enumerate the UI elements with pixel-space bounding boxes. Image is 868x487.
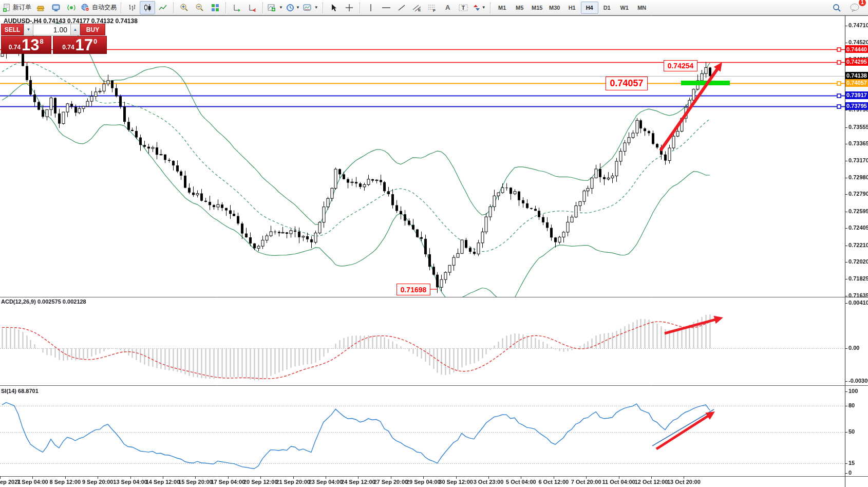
auto-scroll-button[interactable] (229, 1, 244, 14)
price-level-badge: 0.74295 (845, 58, 868, 66)
timeframe-h1[interactable]: H1 (563, 2, 581, 14)
text-button[interactable]: A (440, 1, 456, 14)
separator (173, 2, 174, 13)
mt4-window: { "toolbar": { "new_order_label": "新订单",… (0, 0, 868, 487)
rsi-label: SI(14) 68.8701 (1, 388, 39, 394)
price-tick-label: 0.72210 (848, 242, 868, 248)
date-tick-label: 11 Oct 04:00 (602, 479, 635, 485)
history-center-button[interactable] (33, 1, 48, 14)
equidistant-channel-button[interactable]: E (409, 1, 425, 14)
chat-badge: 1 (859, 0, 866, 6)
macd-axis-label: 0.004109 (848, 299, 868, 306)
timeframe-m5[interactable]: M5 (511, 2, 529, 14)
new-order-icon (3, 4, 11, 12)
price-tick-label: 0.73365 (848, 140, 868, 146)
arrows-tool-button[interactable]: ▼ (471, 1, 487, 14)
sell-button[interactable]: SELL (1, 24, 24, 35)
macd-label: ACD(12,26,9) 0.002575 0.002128 (1, 298, 86, 305)
price-level-badge: 0.74057 (845, 79, 868, 87)
dropdown-caret-icon: ▼ (314, 5, 318, 10)
rsi-axis-label: 80 (848, 402, 855, 408)
timeframe-w1[interactable]: W1 (616, 2, 633, 14)
rsi-axis-label: 100 (848, 388, 858, 394)
trendline-button[interactable] (394, 1, 409, 14)
lot-size-input[interactable]: 1.00 (33, 24, 70, 35)
bar-chart-button[interactable] (124, 1, 140, 14)
date-tick-label: 3 Oct 23:00 (474, 479, 504, 485)
buy-price-small: 0.74 (62, 44, 74, 51)
autotrade-button[interactable]: 自动交易 (79, 1, 118, 14)
signals-button[interactable] (64, 1, 79, 14)
date-tick-label: 7 Oct 20:00 (571, 479, 601, 485)
toolbar-group-trade: 新订单 自动交易 (1, 1, 118, 15)
tile-windows-button[interactable] (207, 1, 223, 14)
timeframe-m1[interactable]: M1 (494, 2, 511, 14)
date-tick-label: 17 Sep 04:00 (211, 479, 245, 485)
rsi-axis-label: 50 (848, 428, 855, 435)
date-tick-label: 9 Sep 20:00 (82, 479, 114, 485)
macd-axis-label: 0.00 (848, 345, 859, 351)
sell-price-sup: 8 (40, 38, 44, 45)
text-label-button[interactable]: T (456, 1, 471, 14)
date-tick-label: 30 Sep 12:00 (439, 479, 473, 485)
svg-text:E: E (418, 8, 421, 12)
autotrade-globe-icon (81, 4, 90, 12)
date-tick-label: 13 Sep 04:00 (113, 479, 147, 485)
toolbar: 新订单 自动交易 ▼ ▼ ▼ (0, 0, 868, 15)
search-button[interactable] (829, 1, 844, 14)
separator (360, 2, 361, 13)
date-tick-label: 24 Sep 12:00 (341, 479, 375, 485)
timeframe-mn[interactable]: MN (633, 2, 651, 14)
price-tick-label: 0.74710 (848, 22, 868, 28)
lot-decrease-button[interactable]: ▼ (24, 24, 33, 35)
separator (262, 2, 263, 13)
buy-button[interactable]: BUY (80, 24, 105, 35)
price-tick-label: 0.71825 (848, 275, 868, 282)
date-tick-label: 20 Sep 12:00 (243, 479, 278, 485)
templates-button[interactable]: ▼ (301, 1, 320, 14)
separator (225, 2, 227, 13)
price-tick-label: 0.73170 (848, 157, 868, 163)
timeframe-h4[interactable]: H4 (581, 2, 598, 14)
date-tick-label: 21 Sep 20:00 (276, 479, 310, 485)
price-annotation-label[interactable]: 0.74254 (664, 60, 697, 71)
price-annotation-label[interactable]: 0.71698 (397, 284, 430, 295)
gold-ingot-icon (36, 4, 45, 12)
chart-shift-button[interactable] (244, 1, 260, 14)
chat-button[interactable]: 1 (847, 1, 863, 14)
line-chart-button[interactable] (155, 1, 171, 14)
timeframe-m30[interactable]: M30 (546, 2, 563, 14)
new-order-label: 新订单 (13, 3, 31, 12)
zoom-out-button[interactable] (192, 1, 207, 14)
crosshair-button[interactable] (342, 1, 357, 14)
timeframe-d1[interactable]: D1 (598, 2, 616, 14)
one-click-trade-panel: SELL ▼ 1.00 ▲ BUY 0.74 13 8 0.74 17 0 (1, 24, 107, 54)
periods-button[interactable]: ▼ (285, 1, 301, 14)
timeframe-m15[interactable]: M15 (529, 2, 546, 14)
candlestick-chart-button[interactable] (140, 1, 155, 14)
sell-price-display[interactable]: 0.74 13 8 (1, 36, 51, 54)
vertical-line-button[interactable] (363, 1, 379, 14)
toolbar-group-cursor (326, 1, 357, 15)
rsi-axis-label: 0 (848, 470, 852, 476)
new-order-button[interactable]: 新订单 (1, 1, 33, 14)
zoom-in-button[interactable] (177, 1, 192, 14)
market-watch-button[interactable] (48, 1, 64, 14)
buy-price-display[interactable]: 0.74 17 0 (53, 36, 107, 54)
horizontal-line-button[interactable] (379, 1, 394, 14)
timeframe-group: M1M5M15M30H1H4D1W1MN (494, 1, 651, 15)
macd-axis-label: -0.003097 (848, 378, 868, 384)
indicators-add-button[interactable]: ▼ (266, 1, 285, 14)
lot-increase-button[interactable]: ▲ (70, 24, 80, 35)
date-tick-label: 14 Sep 12:00 (146, 479, 180, 485)
date-tick-label: 12 Oct 12:00 (635, 479, 668, 485)
fibonacci-button[interactable]: F (425, 1, 440, 14)
date-tick-label: 6 Oct 12:00 (538, 479, 569, 485)
separator (323, 2, 324, 13)
terminal-icon (51, 4, 61, 12)
toolbar-group-scroll (229, 1, 260, 15)
price-annotation-label[interactable]: 0.74057 (606, 77, 648, 90)
cursor-button[interactable] (326, 1, 342, 14)
dropdown-caret-icon: ▼ (279, 5, 283, 10)
chart-canvas[interactable] (0, 0, 868, 487)
